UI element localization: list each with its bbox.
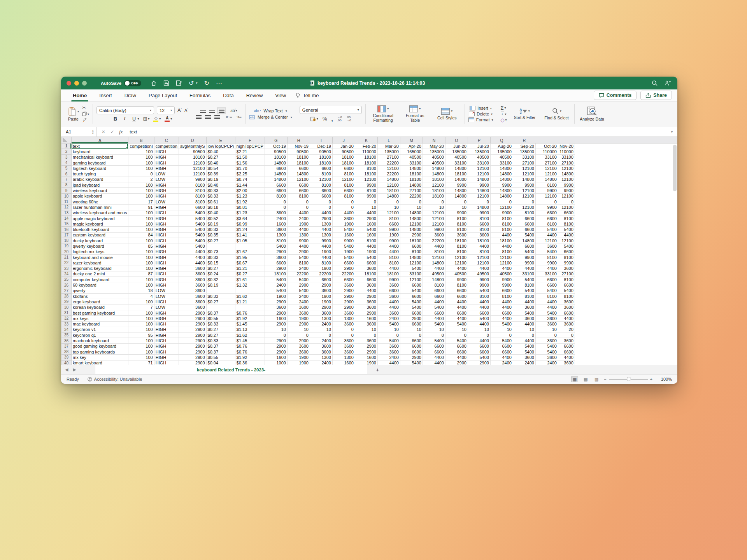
cell-P25[interactable]: 9900 xyxy=(468,277,490,282)
cell-N15[interactable]: 12100 xyxy=(423,221,445,227)
column-header-C[interactable]: C xyxy=(154,137,179,144)
cell-L25[interactable]: 9900 xyxy=(377,277,400,282)
tab-draw[interactable]: Draw xyxy=(118,89,142,102)
cell-H24[interactable]: 22200 xyxy=(287,271,310,276)
cell-C23[interactable]: HIGH xyxy=(154,266,179,271)
cell-F12[interactable]: $0.81 xyxy=(235,205,265,210)
cell-N25[interactable]: 14800 xyxy=(423,277,445,282)
cell-J20[interactable]: 1900 xyxy=(332,249,355,254)
cell-T16[interactable]: 5400 xyxy=(558,227,575,232)
cell-Q34[interactable]: 10 xyxy=(490,327,513,332)
cell-E25[interactable]: $0.32 xyxy=(206,277,235,282)
cell-T18[interactable]: 12100 xyxy=(558,238,575,243)
cell-Q16[interactable]: 8100 xyxy=(490,227,513,232)
cell-C14[interactable]: HIGH xyxy=(154,215,179,221)
cell-M31[interactable]: 6600 xyxy=(400,310,423,315)
cell-N31[interactable]: 6600 xyxy=(423,310,445,315)
row-header-9[interactable]: 9 xyxy=(61,188,72,193)
cell-S39[interactable]: 3600 xyxy=(535,355,558,360)
cell-A13[interactable]: wireless keyboard and mous xyxy=(72,210,128,215)
cell-R38[interactable]: 5400 xyxy=(513,349,535,354)
cell-P35[interactable]: 0 xyxy=(468,332,490,338)
cell-T9[interactable]: 9900 xyxy=(558,188,575,193)
cell-G12[interactable]: 0 xyxy=(265,205,287,210)
row-header-13[interactable]: 13 xyxy=(61,210,72,215)
cell-C12[interactable]: HIGH xyxy=(154,205,179,210)
cell-K4[interactable]: 18100 xyxy=(355,160,377,165)
cell-B3[interactable]: 100 xyxy=(128,154,154,160)
cell-D20[interactable]: 4400 xyxy=(179,249,206,254)
cell-N35[interactable]: 0 xyxy=(423,332,445,338)
cell-N38[interactable]: 6600 xyxy=(423,349,445,354)
cell-N21[interactable]: 12100 xyxy=(423,254,445,260)
cell-O10[interactable]: 14800 xyxy=(445,193,468,199)
cell-O7[interactable]: 14800 xyxy=(445,177,468,182)
cell-K25[interactable]: 6600 xyxy=(355,277,377,282)
cell-E37[interactable]: $0.37 xyxy=(206,343,235,349)
cell-L3[interactable]: 27100 xyxy=(377,154,400,160)
column-header-G[interactable]: G xyxy=(265,137,287,144)
cell-I32[interactable]: 1300 xyxy=(310,316,332,321)
cell-I27[interactable]: 3600 xyxy=(310,288,332,293)
cell-M10[interactable]: 22200 xyxy=(400,193,423,199)
next-sheet-icon[interactable]: ▶ xyxy=(73,367,76,372)
cell-F21[interactable]: $1.95 xyxy=(235,254,265,260)
cell-L8[interactable]: 12100 xyxy=(377,182,400,188)
cell-B8[interactable]: 100 xyxy=(128,182,154,188)
cell-P40[interactable]: 2900 xyxy=(468,360,490,365)
cell-L2[interactable]: 135000 xyxy=(377,149,400,154)
cell-C19[interactable]: HIGH xyxy=(154,243,179,249)
cell-J29[interactable]: 2900 xyxy=(332,299,355,304)
cell-R40[interactable]: 2400 xyxy=(513,360,535,365)
cell-R25[interactable]: 5400 xyxy=(513,277,535,282)
cell-I19[interactable]: 4400 xyxy=(310,243,332,249)
cell-I34[interactable]: 10 xyxy=(310,327,332,332)
cell-M9[interactable]: 27100 xyxy=(400,188,423,193)
cell-Q20[interactable]: 8100 xyxy=(490,249,513,254)
cell-C5[interactable]: HIGH xyxy=(154,166,179,171)
cell-I8[interactable]: 8100 xyxy=(310,182,332,188)
cell-D19[interactable]: 5400 xyxy=(179,243,206,249)
cell-K38[interactable]: 2900 xyxy=(355,349,377,354)
font-name-select[interactable]: Calibri (Body)▾ xyxy=(96,106,154,114)
cell-G18[interactable]: 8100 xyxy=(265,238,287,243)
tab-home[interactable]: Home xyxy=(67,89,93,102)
cell-O38[interactable]: 6600 xyxy=(445,349,468,354)
orientation-icon[interactable]: ab̸ xyxy=(230,108,235,113)
cell-T4[interactable]: 27100 xyxy=(558,160,575,165)
cell-G23[interactable]: 2900 xyxy=(265,266,287,271)
cell-K1[interactable]: Feb-20 xyxy=(355,144,377,149)
cell-I37[interactable]: 3600 xyxy=(310,343,332,349)
cell-R16[interactable]: 6600 xyxy=(513,227,535,232)
cell-J28[interactable]: 2900 xyxy=(332,294,355,299)
cell-N27[interactable]: 6600 xyxy=(423,288,445,293)
column-header-J[interactable]: J xyxy=(332,137,355,144)
cell-J18[interactable]: 9900 xyxy=(332,238,355,243)
cell-T38[interactable]: 6600 xyxy=(558,349,575,354)
cell-N39[interactable]: 4400 xyxy=(423,355,445,360)
cell-E38[interactable]: $0.37 xyxy=(206,349,235,354)
more-commands-icon[interactable]: ⋯ xyxy=(216,80,222,86)
cell-B7[interactable]: 2 xyxy=(128,177,154,182)
cell-E4[interactable]: $0.40 xyxy=(206,160,235,165)
cell-M13[interactable]: 14800 xyxy=(400,210,423,215)
row-header-23[interactable]: 23 xyxy=(61,266,72,271)
cell-E16[interactable]: $0.33 xyxy=(206,227,235,232)
cell-C28[interactable]: LOW xyxy=(154,294,179,299)
cell-O32[interactable]: 4400 xyxy=(445,316,468,321)
cell-H21[interactable]: 5400 xyxy=(287,254,310,260)
column-header-O[interactable]: O xyxy=(445,137,468,144)
cell-F33[interactable]: $1.45 xyxy=(235,321,265,327)
confirm-entry-icon[interactable]: ✓ xyxy=(110,129,114,135)
cell-E34[interactable]: $0.27 xyxy=(206,327,235,332)
cell-K21[interactable]: 5400 xyxy=(355,254,377,260)
cell-A39[interactable]: mx key xyxy=(72,355,128,360)
cell-H35[interactable]: 0 xyxy=(287,332,310,338)
increase-decimal-icon[interactable]: ←0.00 xyxy=(337,116,342,122)
cell-F13[interactable]: $1.23 xyxy=(235,210,265,215)
cell-C36[interactable]: HIGH xyxy=(154,338,179,343)
cell-Q15[interactable]: 8100 xyxy=(490,221,513,227)
cell-D8[interactable]: 8100 xyxy=(179,182,206,188)
cell-K9[interactable]: 8100 xyxy=(355,188,377,193)
cell-I38[interactable]: 3600 xyxy=(310,349,332,354)
